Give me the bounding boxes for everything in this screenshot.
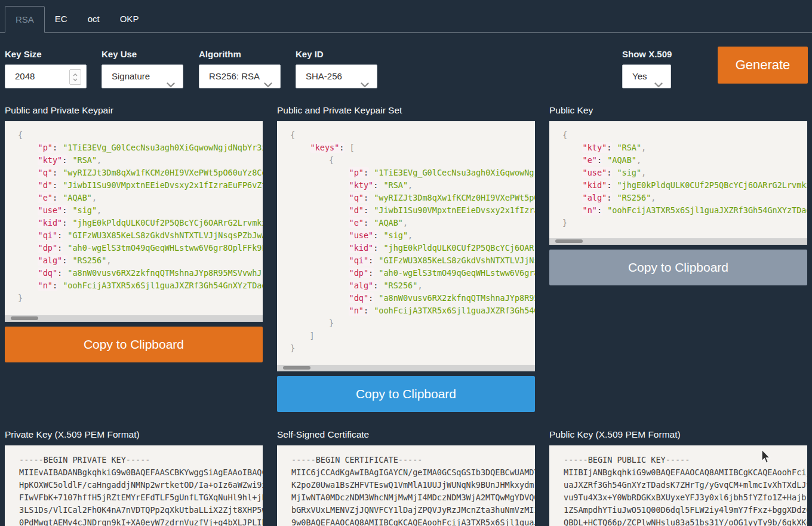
key-use-select[interactable]: Signature [102,64,183,88]
algorithm-field: Algorithm RS256: RSA [199,49,281,88]
copy-keypair-button[interactable]: Copy to Clipboard [5,327,263,362]
json-results: Public and Private Keypair { "p": "1TiE3… [0,104,812,412]
public-key-title: Public Key [549,104,807,116]
key-use-field: Key Use Signature [102,49,183,88]
mkjwk-app: RSA EC oct OKP Key Size 2048 Key Use Sig… [0,0,812,526]
keypair-column: Public and Private Keypair { "p": "1TiE3… [5,104,263,362]
chevron-down-icon [654,73,663,88]
show-x509-field: Show X.509 Yes [622,49,672,88]
key-id-value: SHA-256 [306,71,342,81]
copy-keypair-set-button[interactable]: Copy to Clipboard [277,376,535,412]
key-id-field: Key ID SHA-256 [296,49,377,88]
keypair-set-column: Public and Private Keypair Set { "keys":… [277,104,535,412]
certificate-box[interactable]: -----BEGIN CERTIFICATE-----MIIC6jCCAdKgA… [277,445,535,526]
key-id-label: Key ID [296,49,377,60]
private-key-pem-title: Private Key (X.509 PEM Format) [5,429,263,440]
copy-public-key-button[interactable]: Copy to Clipboard [549,250,807,285]
key-size-input[interactable]: 2048 [5,64,87,88]
public-key-pem-title: Public Key (X.509 PEM Format) [549,429,807,440]
pem-results: Private Key (X.509 PEM Format) -----BEGI… [0,429,812,526]
tab-rsa[interactable]: RSA [5,6,45,33]
generator-form: Key Size 2048 Key Use Signature Algorith… [0,49,812,88]
private-key-pem-column: Private Key (X.509 PEM Format) -----BEGI… [5,429,263,526]
scrollbar-thumb[interactable] [283,366,310,370]
algorithm-value: RS256: RSA [209,71,260,81]
tab-okp[interactable]: OKP [110,6,149,33]
horizontal-scrollbar[interactable] [5,315,263,322]
show-x509-value: Yes [632,71,647,81]
horizontal-scrollbar[interactable] [549,238,807,245]
show-x509-label: Show X.509 [622,49,672,60]
horizontal-scrollbar[interactable] [277,365,535,371]
tab-ec[interactable]: EC [45,6,78,33]
chevron-down-icon [167,73,175,88]
key-use-label: Key Use [102,49,183,60]
mouse-cursor-icon [759,449,771,466]
public-key-json-box[interactable]: { "kty": "RSA", "e": "AQAB", "use": "sig… [549,121,807,245]
certificate-title: Self-Signed Certificate [277,429,535,440]
tab-oct[interactable]: oct [78,6,110,33]
keypair-json-box[interactable]: { "p": "1TiE3EVg_G0lCecNsu3agh0XiGqwowNg… [5,121,263,322]
key-size-label: Key Size [5,49,87,60]
key-size-field: Key Size 2048 [5,49,87,88]
public-key-json-code: { "kty": "RSA", "e": "AQAB", "use": "sig… [549,121,807,229]
keypair-set-json-code: { "keys": [ { "p": "1TiE3EVg_G0lCecNsu3a… [277,121,535,355]
scrollbar-thumb[interactable] [555,239,583,243]
algorithm-select[interactable]: RS256: RSA [199,64,281,88]
show-x509-select[interactable]: Yes [622,64,671,88]
keypair-set-json-box[interactable]: { "keys": [ { "p": "1TiE3EVg_G0lCecNsu3a… [277,121,535,371]
number-spinner[interactable] [69,69,81,85]
keypair-set-title: Public and Private Keypair Set [277,104,535,116]
spinner-down-icon[interactable] [73,78,78,81]
spinner-up-icon[interactable] [73,73,78,76]
keypair-title: Public and Private Keypair [5,104,263,116]
key-type-tabs: RSA EC oct OKP [0,6,812,33]
private-key-pem-box[interactable]: -----BEGIN PRIVATE KEY-----MIIEvAIBADANB… [5,445,263,526]
key-size-value: 2048 [15,71,35,81]
generate-button[interactable]: Generate [718,47,808,84]
private-key-pem-text: -----BEGIN PRIVATE KEY-----MIIEvAIBADANB… [5,445,263,526]
algorithm-label: Algorithm [199,49,281,60]
scrollbar-thumb[interactable] [11,316,38,320]
key-id-select[interactable]: SHA-256 [296,64,377,88]
public-key-column: Public Key { "kty": "RSA", "e": "AQAB", … [549,104,807,285]
certificate-text: -----BEGIN CERTIFICATE-----MIIC6jCCAdKgA… [277,445,535,526]
chevron-down-icon [361,73,369,88]
certificate-column: Self-Signed Certificate -----BEGIN CERTI… [277,429,535,526]
public-key-pem-column: Public Key (X.509 PEM Format) -----BEGIN… [549,429,807,526]
key-use-value: Signature [112,71,150,81]
chevron-down-icon [264,73,272,88]
keypair-json-code: { "p": "1TiE3EVg_G0lCecNsu3agh0XiGqwowNg… [5,121,263,304]
